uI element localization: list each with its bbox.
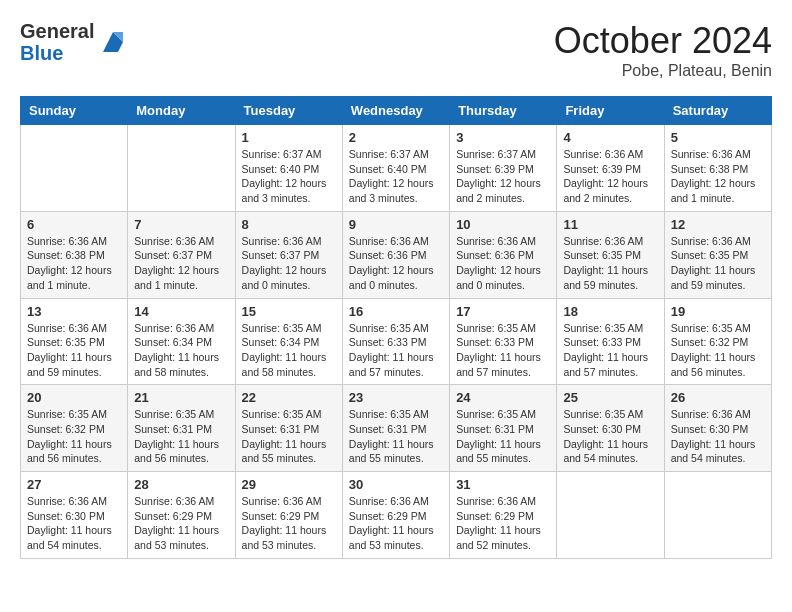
col-friday: Friday [557,97,664,125]
day-number: 9 [349,217,443,232]
day-number: 27 [27,477,121,492]
day-info: Sunrise: 6:36 AM Sunset: 6:34 PM Dayligh… [134,321,228,380]
day-number: 29 [242,477,336,492]
day-cell: 4Sunrise: 6:36 AM Sunset: 6:39 PM Daylig… [557,125,664,212]
week-row-2: 6Sunrise: 6:36 AM Sunset: 6:38 PM Daylig… [21,211,772,298]
day-info: Sunrise: 6:36 AM Sunset: 6:37 PM Dayligh… [242,234,336,293]
day-number: 23 [349,390,443,405]
calendar-table: Sunday Monday Tuesday Wednesday Thursday… [20,96,772,559]
day-info: Sunrise: 6:35 AM Sunset: 6:33 PM Dayligh… [456,321,550,380]
day-info: Sunrise: 6:36 AM Sunset: 6:30 PM Dayligh… [671,407,765,466]
day-cell: 18Sunrise: 6:35 AM Sunset: 6:33 PM Dayli… [557,298,664,385]
day-cell: 3Sunrise: 6:37 AM Sunset: 6:39 PM Daylig… [450,125,557,212]
day-cell: 15Sunrise: 6:35 AM Sunset: 6:34 PM Dayli… [235,298,342,385]
col-saturday: Saturday [664,97,771,125]
day-number: 2 [349,130,443,145]
day-number: 31 [456,477,550,492]
page-header: General Blue October 2024 Pobe, Plateau,… [20,20,772,80]
day-cell: 8Sunrise: 6:36 AM Sunset: 6:37 PM Daylig… [235,211,342,298]
calendar-header: Sunday Monday Tuesday Wednesday Thursday… [21,97,772,125]
day-info: Sunrise: 6:36 AM Sunset: 6:30 PM Dayligh… [27,494,121,553]
day-cell [557,472,664,559]
header-row: Sunday Monday Tuesday Wednesday Thursday… [21,97,772,125]
logo-blue: Blue [20,42,94,64]
day-number: 21 [134,390,228,405]
day-cell: 6Sunrise: 6:36 AM Sunset: 6:38 PM Daylig… [21,211,128,298]
day-number: 14 [134,304,228,319]
day-cell: 24Sunrise: 6:35 AM Sunset: 6:31 PM Dayli… [450,385,557,472]
day-cell: 5Sunrise: 6:36 AM Sunset: 6:38 PM Daylig… [664,125,771,212]
day-cell: 28Sunrise: 6:36 AM Sunset: 6:29 PM Dayli… [128,472,235,559]
day-number: 20 [27,390,121,405]
day-info: Sunrise: 6:35 AM Sunset: 6:30 PM Dayligh… [563,407,657,466]
day-cell: 21Sunrise: 6:35 AM Sunset: 6:31 PM Dayli… [128,385,235,472]
day-info: Sunrise: 6:36 AM Sunset: 6:29 PM Dayligh… [242,494,336,553]
day-number: 3 [456,130,550,145]
location-subtitle: Pobe, Plateau, Benin [554,62,772,80]
day-cell: 2Sunrise: 6:37 AM Sunset: 6:40 PM Daylig… [342,125,449,212]
logo: General Blue [20,20,128,64]
day-number: 10 [456,217,550,232]
day-cell: 30Sunrise: 6:36 AM Sunset: 6:29 PM Dayli… [342,472,449,559]
day-info: Sunrise: 6:36 AM Sunset: 6:35 PM Dayligh… [563,234,657,293]
day-number: 28 [134,477,228,492]
col-tuesday: Tuesday [235,97,342,125]
day-info: Sunrise: 6:36 AM Sunset: 6:35 PM Dayligh… [671,234,765,293]
day-info: Sunrise: 6:36 AM Sunset: 6:38 PM Dayligh… [671,147,765,206]
day-number: 1 [242,130,336,145]
day-info: Sunrise: 6:36 AM Sunset: 6:39 PM Dayligh… [563,147,657,206]
day-number: 30 [349,477,443,492]
day-info: Sunrise: 6:36 AM Sunset: 6:29 PM Dayligh… [349,494,443,553]
day-number: 17 [456,304,550,319]
day-number: 19 [671,304,765,319]
day-cell: 27Sunrise: 6:36 AM Sunset: 6:30 PM Dayli… [21,472,128,559]
col-sunday: Sunday [21,97,128,125]
day-number: 22 [242,390,336,405]
day-number: 5 [671,130,765,145]
day-cell: 7Sunrise: 6:36 AM Sunset: 6:37 PM Daylig… [128,211,235,298]
day-info: Sunrise: 6:35 AM Sunset: 6:33 PM Dayligh… [349,321,443,380]
day-cell [664,472,771,559]
logo-general: General [20,20,94,42]
day-info: Sunrise: 6:35 AM Sunset: 6:34 PM Dayligh… [242,321,336,380]
day-info: Sunrise: 6:35 AM Sunset: 6:31 PM Dayligh… [134,407,228,466]
day-cell: 14Sunrise: 6:36 AM Sunset: 6:34 PM Dayli… [128,298,235,385]
day-info: Sunrise: 6:35 AM Sunset: 6:33 PM Dayligh… [563,321,657,380]
day-cell: 11Sunrise: 6:36 AM Sunset: 6:35 PM Dayli… [557,211,664,298]
day-number: 16 [349,304,443,319]
day-cell: 22Sunrise: 6:35 AM Sunset: 6:31 PM Dayli… [235,385,342,472]
day-number: 24 [456,390,550,405]
day-number: 12 [671,217,765,232]
day-cell: 26Sunrise: 6:36 AM Sunset: 6:30 PM Dayli… [664,385,771,472]
day-cell: 19Sunrise: 6:35 AM Sunset: 6:32 PM Dayli… [664,298,771,385]
col-monday: Monday [128,97,235,125]
day-cell: 20Sunrise: 6:35 AM Sunset: 6:32 PM Dayli… [21,385,128,472]
col-wednesday: Wednesday [342,97,449,125]
day-number: 6 [27,217,121,232]
day-info: Sunrise: 6:36 AM Sunset: 6:29 PM Dayligh… [456,494,550,553]
month-title: October 2024 [554,20,772,62]
day-info: Sunrise: 6:35 AM Sunset: 6:31 PM Dayligh… [349,407,443,466]
day-cell: 16Sunrise: 6:35 AM Sunset: 6:33 PM Dayli… [342,298,449,385]
day-number: 8 [242,217,336,232]
day-number: 13 [27,304,121,319]
day-number: 25 [563,390,657,405]
title-block: October 2024 Pobe, Plateau, Benin [554,20,772,80]
day-number: 7 [134,217,228,232]
day-info: Sunrise: 6:35 AM Sunset: 6:32 PM Dayligh… [671,321,765,380]
day-cell: 23Sunrise: 6:35 AM Sunset: 6:31 PM Dayli… [342,385,449,472]
day-info: Sunrise: 6:35 AM Sunset: 6:32 PM Dayligh… [27,407,121,466]
day-cell: 25Sunrise: 6:35 AM Sunset: 6:30 PM Dayli… [557,385,664,472]
day-info: Sunrise: 6:36 AM Sunset: 6:29 PM Dayligh… [134,494,228,553]
day-cell: 29Sunrise: 6:36 AM Sunset: 6:29 PM Dayli… [235,472,342,559]
calendar-body: 1Sunrise: 6:37 AM Sunset: 6:40 PM Daylig… [21,125,772,559]
day-info: Sunrise: 6:36 AM Sunset: 6:35 PM Dayligh… [27,321,121,380]
day-number: 11 [563,217,657,232]
day-info: Sunrise: 6:37 AM Sunset: 6:39 PM Dayligh… [456,147,550,206]
day-cell: 31Sunrise: 6:36 AM Sunset: 6:29 PM Dayli… [450,472,557,559]
day-info: Sunrise: 6:35 AM Sunset: 6:31 PM Dayligh… [456,407,550,466]
day-cell: 9Sunrise: 6:36 AM Sunset: 6:36 PM Daylig… [342,211,449,298]
day-number: 4 [563,130,657,145]
day-cell: 12Sunrise: 6:36 AM Sunset: 6:35 PM Dayli… [664,211,771,298]
week-row-4: 20Sunrise: 6:35 AM Sunset: 6:32 PM Dayli… [21,385,772,472]
